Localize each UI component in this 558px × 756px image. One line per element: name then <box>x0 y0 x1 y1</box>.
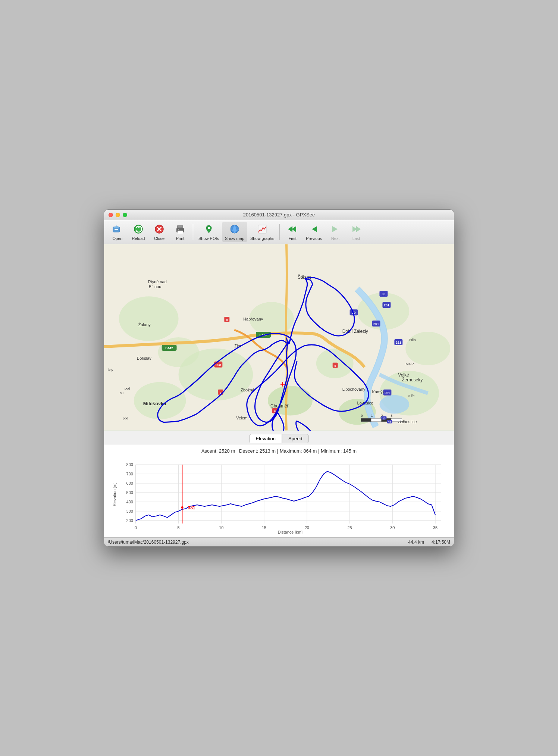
svg-text:Velemin: Velemin <box>236 416 251 420</box>
svg-text:35: 35 <box>433 525 438 530</box>
close-file-button[interactable]: Close <box>149 222 170 242</box>
show-graphs-label: Show graphs <box>250 236 274 241</box>
show-map-button[interactable]: Show map <box>222 222 247 242</box>
svg-text:261: 261 <box>396 341 401 344</box>
svg-text:pod: pod <box>125 387 130 390</box>
svg-text:Hlin: Hlin <box>409 338 416 342</box>
svg-text:3: 3 <box>391 414 392 418</box>
svg-text:200: 200 <box>126 518 133 523</box>
distance-value: 44.4 km <box>408 540 424 545</box>
svg-text:Milešovka: Milešovka <box>143 401 167 406</box>
svg-text:8: 8 <box>226 318 228 322</box>
svg-text:10: 10 <box>219 525 223 530</box>
speed-tab[interactable]: Speed <box>282 434 309 443</box>
pois-label: Show POIs <box>198 236 219 241</box>
svg-text:Malíč: Malíč <box>405 362 414 366</box>
minimize-button[interactable] <box>116 213 120 217</box>
svg-text:Elevation [m]: Elevation [m] <box>112 482 117 506</box>
close-label: Close <box>154 236 164 241</box>
view-tools: Show POIs Show map <box>195 222 277 242</box>
open-button[interactable]: Open <box>107 222 128 242</box>
svg-marker-23 <box>356 226 361 232</box>
show-graphs-button[interactable]: Show graphs <box>247 222 277 242</box>
close-file-icon <box>153 223 165 235</box>
svg-text:261: 261 <box>373 322 379 326</box>
separator-2 <box>279 224 280 240</box>
svg-rect-2 <box>115 229 118 230</box>
graph-section: Elevation Speed Ascent: 2520 m | Descent… <box>104 431 454 537</box>
show-map-icon <box>229 223 241 235</box>
svg-text:8: 8 <box>334 364 336 368</box>
title-bar: 20160501-132927.gpx - GPXSee <box>104 210 454 220</box>
svg-text:381: 381 <box>188 505 195 510</box>
svg-text:20: 20 <box>305 525 309 530</box>
next-icon <box>329 223 341 235</box>
svg-text:258: 258 <box>216 363 221 367</box>
svg-text:30: 30 <box>382 292 385 296</box>
map-container[interactable]: E442 E442 258 30 261 261 261 261 30 8 8 … <box>104 244 454 431</box>
maximize-button[interactable] <box>123 213 127 217</box>
svg-rect-98 <box>371 419 381 422</box>
duration-value: 4:17:50M <box>432 540 450 545</box>
elevation-chart: 800 700 600 500 400 300 200 Elevation [m… <box>112 455 446 534</box>
previous-button[interactable]: Previous <box>303 222 325 242</box>
app-window: 20160501-132927.gpx - GPXSee Open <box>104 209 454 547</box>
svg-marker-21 <box>332 226 338 232</box>
svg-point-36 <box>379 395 409 414</box>
svg-text:600: 600 <box>126 481 133 485</box>
svg-marker-20 <box>312 226 317 232</box>
svg-rect-11 <box>178 227 182 227</box>
svg-text:Kamýk: Kamýk <box>372 390 385 394</box>
reload-label: Reload <box>132 236 145 241</box>
pois-icon <box>203 223 215 235</box>
first-button[interactable]: First <box>282 222 303 242</box>
previous-label: Previous <box>306 236 322 241</box>
svg-text:Bílinou: Bílinou <box>149 284 162 289</box>
toolbar: Open Reload <box>104 220 454 244</box>
svg-text:km: km <box>400 420 404 424</box>
open-label: Open <box>113 236 123 241</box>
status-right: 44.4 km 4:17:50M <box>408 540 450 545</box>
svg-point-25 <box>119 296 179 341</box>
show-pois-button[interactable]: Show POIs <box>195 222 222 242</box>
svg-text:0: 0 <box>361 414 363 418</box>
svg-point-13 <box>208 227 210 229</box>
svg-text:5: 5 <box>178 525 180 530</box>
svg-text:ou: ou <box>120 391 123 395</box>
svg-text:Rtyně nad: Rtyně nad <box>148 279 167 284</box>
graph-tabs: Elevation Speed <box>104 431 454 445</box>
close-button[interactable] <box>109 213 113 217</box>
svg-point-144 <box>181 506 184 509</box>
svg-marker-19 <box>288 226 292 232</box>
svg-rect-12 <box>178 228 181 228</box>
last-label: Last <box>352 236 360 241</box>
svg-text:Distance [km]: Distance [km] <box>278 530 302 534</box>
svg-rect-10 <box>178 229 179 229</box>
map-view: E442 E442 258 30 261 261 261 261 30 8 8 … <box>104 244 454 431</box>
reload-button[interactable]: Reload <box>128 222 149 242</box>
reload-icon <box>132 223 144 235</box>
svg-text:400: 400 <box>126 500 133 504</box>
svg-rect-97 <box>361 419 372 422</box>
svg-text:700: 700 <box>126 472 133 476</box>
svg-text:E442: E442 <box>165 346 173 350</box>
svg-text:25: 25 <box>347 525 352 530</box>
elevation-tab[interactable]: Elevation <box>249 434 282 443</box>
svg-rect-9 <box>178 231 183 234</box>
print-button[interactable]: Print <box>170 222 191 242</box>
last-button[interactable]: Last <box>346 222 367 242</box>
svg-text:Habřovany: Habřovany <box>243 317 263 321</box>
graph-area[interactable]: 800 700 600 500 400 300 200 Elevation [m… <box>104 455 454 537</box>
svg-text:Žalany: Žalany <box>138 322 151 327</box>
last-icon <box>350 223 362 235</box>
next-button[interactable]: Next <box>325 222 346 242</box>
separator-1 <box>193 224 193 240</box>
svg-text:Bořislav: Bořislav <box>137 356 152 360</box>
first-icon <box>286 223 298 235</box>
svg-text:800: 800 <box>126 462 133 467</box>
open-icon <box>112 223 123 235</box>
svg-text:15: 15 <box>388 421 391 424</box>
svg-text:500: 500 <box>126 490 133 495</box>
show-graphs-icon <box>256 223 268 235</box>
window-title: 20160501-132927.gpx - GPXSee <box>243 212 315 218</box>
